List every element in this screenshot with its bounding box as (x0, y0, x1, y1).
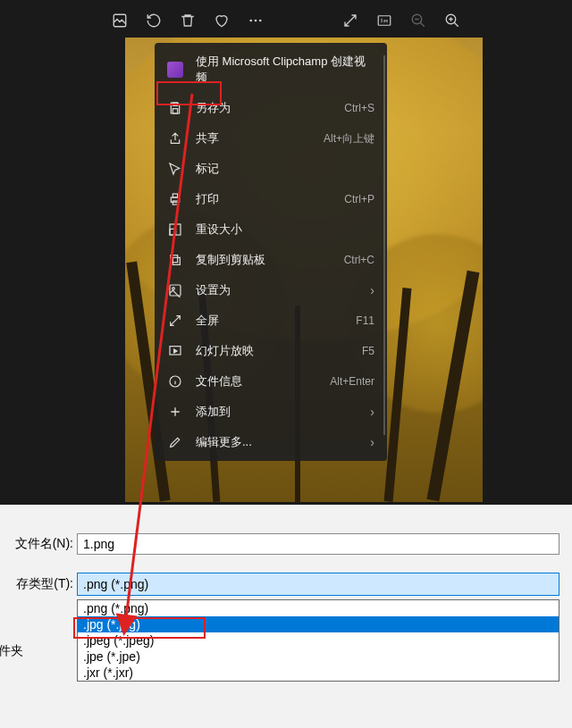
menu-item-shortcut: Alt+向上键 (324, 131, 374, 146)
clipchamp-icon (167, 62, 183, 78)
expand-diagonal-icon[interactable] (342, 13, 358, 29)
menu-item-share[interactable]: 共享 Alt+向上键 (155, 123, 387, 154)
svg-point-3 (259, 20, 262, 22)
svg-rect-8 (172, 109, 177, 113)
filetype-option-png[interactable]: .png (*.png) (78, 600, 559, 616)
menu-item-edit-more[interactable]: 编辑更多... › (155, 427, 387, 457)
menu-item-label: 另存为 (196, 100, 332, 116)
svg-rect-11 (172, 201, 177, 205)
menu-item-tag[interactable]: 标记 (155, 154, 387, 184)
fullscreen-icon (167, 313, 183, 329)
info-icon (167, 373, 183, 389)
filetype-dropdown-list: .png (*.png) .jpg (*.jpg) .jpeg (*.jpeg)… (77, 599, 559, 682)
menu-item-label: 添加到 (196, 404, 358, 420)
edit-more-icon (167, 434, 183, 450)
menu-item-label: 重设大小 (196, 222, 374, 238)
svg-rect-15 (171, 255, 178, 263)
menu-item-label: 全屏 (196, 313, 343, 329)
filetype-row: 存类型(T): .png (*.png) (0, 573, 572, 596)
svg-rect-7 (172, 103, 177, 105)
menu-item-fullscreen[interactable]: 全屏 F11 (155, 305, 387, 336)
photo-viewer-dark-area: 使用 Microsoft Clipchamp 创建视频 另存为 Ctrl+S 共… (0, 0, 572, 505)
rotate-icon[interactable] (146, 13, 162, 29)
menu-item-label: 复制到剪贴板 (196, 252, 332, 268)
filetype-label: 存类型(T): (0, 576, 73, 592)
filename-row: 文件名(N): (0, 533, 572, 555)
menu-item-label: 使用 Microsoft Clipchamp 创建视频 (196, 54, 374, 86)
context-menu: 使用 Microsoft Clipchamp 创建视频 另存为 Ctrl+S 共… (155, 43, 387, 461)
menu-item-set-as[interactable]: 设置为 › (155, 275, 387, 305)
menu-item-label: 设置为 (196, 282, 358, 298)
menu-item-label: 文件信息 (196, 373, 317, 389)
filetype-option-jpe[interactable]: .jpe (*.jpe) (78, 649, 559, 665)
filetype-combobox[interactable]: .png (*.png) (77, 573, 559, 596)
filetype-value: .png (*.png) (83, 577, 148, 591)
menu-item-label: 标记 (196, 161, 374, 177)
resize-icon (167, 222, 183, 238)
chevron-right-icon: › (370, 435, 374, 449)
menu-item-clipchamp[interactable]: 使用 Microsoft Clipchamp 创建视频 (155, 46, 387, 93)
print-icon (167, 191, 183, 207)
favorite-heart-icon[interactable] (214, 13, 230, 29)
delete-icon[interactable] (180, 13, 196, 29)
menu-item-shortcut: Ctrl+P (344, 193, 374, 205)
svg-rect-16 (170, 285, 181, 296)
svg-rect-10 (172, 194, 177, 197)
filetype-option-jxr[interactable]: .jxr (*.jxr) (78, 665, 559, 681)
menu-item-label: 幻灯片放映 (196, 343, 349, 359)
menu-item-label: 共享 (196, 130, 311, 146)
filetype-option-jpg[interactable]: .jpg (*.jpg) (78, 616, 559, 632)
filename-input[interactable] (77, 533, 559, 555)
svg-rect-13 (170, 229, 176, 235)
menu-scrollbar[interactable] (383, 55, 385, 435)
tag-icon (167, 161, 183, 177)
menu-item-save-as[interactable]: 另存为 Ctrl+S (155, 93, 387, 123)
wallpaper-icon (167, 282, 183, 298)
svg-point-1 (249, 20, 252, 22)
menu-item-slideshow[interactable]: 幻灯片放映 F5 (155, 336, 387, 366)
edit-image-icon[interactable] (112, 13, 128, 29)
svg-point-2 (255, 20, 257, 22)
save-icon (167, 100, 183, 116)
menu-item-shortcut: Ctrl+S (344, 102, 374, 114)
menu-item-print[interactable]: 打印 Ctrl+P (155, 184, 387, 214)
slideshow-icon (167, 343, 183, 359)
menu-item-label: 编辑更多... (196, 434, 358, 450)
zoom-in-icon[interactable] (444, 13, 460, 29)
menu-item-label: 打印 (196, 191, 332, 207)
chevron-right-icon: › (370, 405, 374, 419)
filetype-option-jpeg[interactable]: .jpeg (*.jpeg) (78, 632, 559, 649)
menu-item-copy[interactable]: 复制到剪贴板 Ctrl+C (155, 245, 387, 275)
more-dots-icon[interactable] (248, 13, 264, 29)
save-dialog-area: 文件名(N): 存类型(T): .png (*.png) .png (*.png… (0, 505, 572, 728)
zoom-out-icon[interactable] (410, 13, 426, 29)
menu-item-shortcut: Ctrl+C (344, 254, 374, 266)
top-toolbar (0, 0, 572, 29)
menu-item-shortcut: F5 (362, 345, 374, 357)
menu-item-shortcut: Alt+Enter (330, 375, 374, 388)
chevron-right-icon: › (370, 283, 374, 297)
svg-point-17 (172, 288, 175, 290)
actual-size-icon[interactable] (376, 13, 392, 29)
menu-item-file-info[interactable]: 文件信息 Alt+Enter (155, 366, 387, 397)
svg-rect-14 (172, 257, 180, 264)
copy-icon (167, 252, 183, 268)
svg-rect-12 (170, 224, 181, 235)
filename-label: 文件名(N): (0, 536, 73, 552)
hide-folders-label[interactable]: 件夹 (0, 643, 23, 659)
share-icon (167, 130, 183, 146)
add-icon (167, 404, 183, 420)
menu-item-add-to[interactable]: 添加到 › (155, 397, 387, 427)
menu-item-resize[interactable]: 重设大小 (155, 214, 387, 245)
menu-item-shortcut: F11 (356, 314, 374, 327)
